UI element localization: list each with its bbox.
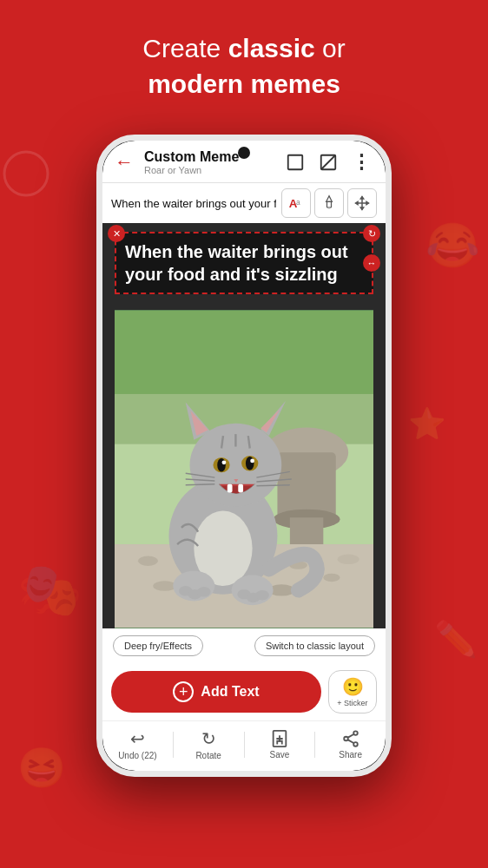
- handle-mid-right[interactable]: ↔: [363, 254, 380, 272]
- svg-line-67: [347, 740, 353, 743]
- svg-point-58: [197, 587, 210, 597]
- canvas-area[interactable]: When the waiter brings out your food and…: [102, 223, 386, 628]
- text-input[interactable]: [111, 197, 276, 210]
- add-text-button[interactable]: + Add Text: [111, 671, 321, 713]
- svg-point-61: [255, 590, 268, 601]
- bottom-nav: ↩ Undo (22) ↻ Rotate Save: [102, 720, 386, 771]
- header-line1-or: or: [315, 34, 346, 62]
- share-icon: [341, 729, 360, 748]
- nav-rotate[interactable]: ↻ Rotate: [174, 728, 244, 760]
- handle-top-right[interactable]: ↻: [363, 225, 380, 242]
- bottom-controls: Deep fry/Effects Switch to classic layou…: [102, 628, 386, 663]
- overlay-text: When the waiter brings out your food and…: [125, 240, 363, 286]
- svg-text:✏️: ✏️: [434, 618, 478, 660]
- svg-text:🎭: 🎭: [17, 559, 82, 621]
- save-icon: [270, 729, 289, 748]
- svg-point-25: [153, 581, 176, 591]
- text-tool-icons: A a: [281, 188, 377, 218]
- sticker-button[interactable]: 🙂 + Sticker: [328, 670, 377, 713]
- title-block: Custom Meme Roar or Yawn: [144, 149, 276, 175]
- sticker-label: + Sticker: [337, 699, 367, 707]
- svg-point-28: [323, 574, 340, 582]
- svg-rect-11: [327, 201, 332, 207]
- add-text-row: + Add Text 🙂 + Sticker: [102, 663, 386, 720]
- font-style-icon[interactable]: A a: [281, 188, 311, 218]
- more-options-icon[interactable]: ⋮: [349, 150, 373, 174]
- svg-point-20: [138, 556, 158, 566]
- handle-top-left[interactable]: ✕: [108, 225, 125, 242]
- save-label: Save: [269, 750, 289, 760]
- svg-line-66: [347, 734, 353, 738]
- nav-share[interactable]: Share: [315, 729, 386, 760]
- svg-text:😂: 😂: [425, 220, 480, 272]
- svg-point-0: [4, 152, 48, 195]
- svg-rect-44: [238, 484, 243, 493]
- svg-point-41: [250, 458, 254, 463]
- header-text: Create classic or modern memes: [0, 31, 488, 102]
- color-paint-icon[interactable]: [314, 188, 344, 218]
- header-line1-create: Create: [142, 34, 228, 62]
- frame-icon[interactable]: [283, 150, 307, 174]
- screen-title: Custom Meme: [144, 149, 276, 165]
- text-overlay[interactable]: When the waiter brings out your food and…: [115, 232, 373, 294]
- undo-icon: ↩: [130, 728, 145, 749]
- header-line1-classic: classic: [228, 34, 315, 62]
- back-button[interactable]: ←: [115, 151, 134, 174]
- add-text-label: Add Text: [201, 684, 259, 700]
- svg-rect-6: [288, 155, 303, 170]
- rotate-icon: ↻: [201, 728, 216, 749]
- svg-line-50: [256, 485, 289, 486]
- rotate-label: Rotate: [195, 751, 221, 760]
- header-line2: modern memes: [148, 69, 340, 98]
- svg-point-38: [217, 458, 226, 471]
- svg-point-64: [353, 731, 358, 735]
- add-text-plus-icon: +: [173, 681, 194, 702]
- svg-point-24: [338, 555, 359, 565]
- deep-fry-button[interactable]: Deep fry/Effects: [113, 635, 203, 656]
- nav-save[interactable]: Save: [245, 729, 315, 760]
- svg-line-47: [186, 484, 215, 485]
- svg-rect-43: [228, 484, 233, 493]
- classic-layout-button[interactable]: Switch to classic layout: [254, 635, 375, 656]
- svg-point-65: [353, 742, 358, 746]
- phone-mockup: ← Custom Meme Roar or Yawn: [96, 135, 392, 777]
- svg-point-39: [246, 457, 254, 470]
- screen-subtitle: Roar or Yawn: [144, 165, 276, 175]
- move-icon[interactable]: [347, 188, 377, 218]
- text-input-bar: A a: [102, 182, 386, 223]
- nav-undo[interactable]: ↩ Undo (22): [102, 728, 173, 760]
- svg-point-63: [344, 737, 348, 741]
- top-icons: ⋮: [283, 150, 373, 174]
- svg-point-40: [222, 460, 227, 464]
- share-label: Share: [339, 750, 362, 760]
- no-crop-icon[interactable]: [316, 150, 340, 174]
- sticker-icon: 🙂: [342, 676, 364, 697]
- svg-text:⭐: ⭐: [408, 405, 446, 442]
- svg-text:😆: 😆: [17, 745, 67, 792]
- undo-label: Undo (22): [118, 751, 156, 760]
- phone-notch: [238, 147, 250, 159]
- svg-line-8: [321, 155, 336, 170]
- cat-image: [115, 310, 373, 628]
- svg-text:a: a: [296, 198, 300, 207]
